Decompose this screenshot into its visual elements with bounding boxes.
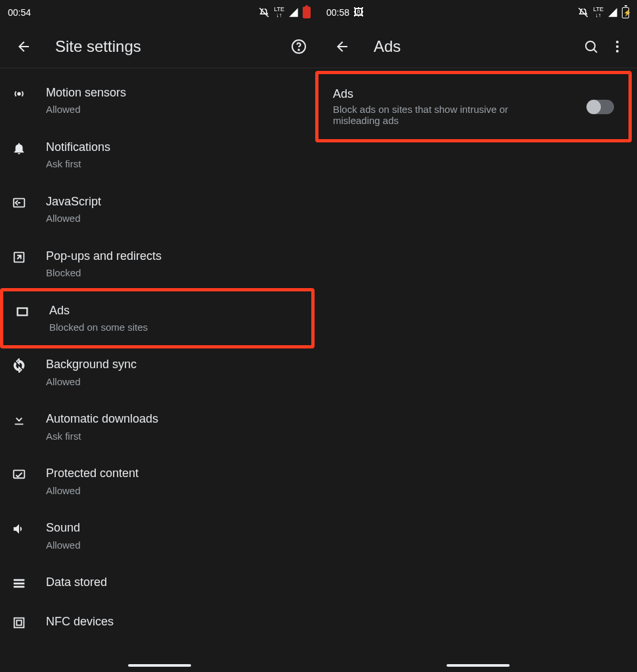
row-title: NFC devices — [46, 614, 308, 629]
row-title: Data stored — [46, 575, 308, 590]
screen-ads: 00:58 🖼 LTE ↓↑ ⚡ Ads Ads Block — [318, 0, 637, 672]
toggle-title: Ads — [333, 87, 577, 101]
row-nfc[interactable]: NFC devices — [0, 602, 318, 633]
status-bar: 00:58 🖼 LTE ↓↑ ⚡ — [318, 0, 637, 25]
battery-charging-icon: ⚡ — [622, 7, 629, 18]
row-data-stored[interactable]: Data stored — [0, 563, 318, 602]
row-title: Automatic downloads — [46, 411, 308, 427]
row-protected-content[interactable]: Protected content Allowed — [0, 454, 318, 509]
ads-toggle-highlight: Ads Block ads on sites that show intrusi… — [315, 71, 632, 142]
signal-icon — [607, 7, 618, 18]
row-sub: Allowed — [46, 375, 308, 388]
svg-point-10 — [616, 41, 619, 43]
silent-icon — [258, 7, 270, 18]
nav-handle[interactable] — [447, 664, 510, 667]
svg-rect-5 — [18, 308, 28, 315]
lte-indicator: LTE ↓↑ — [274, 7, 284, 18]
row-sub: Ask first — [46, 430, 308, 443]
sync-icon — [11, 358, 28, 373]
svg-point-11 — [616, 45, 619, 48]
svg-rect-7 — [14, 618, 24, 628]
screen-site-settings: 00:54 LTE ↓↑ Site settings Motion sens — [0, 0, 318, 672]
sound-icon — [11, 522, 28, 536]
row-title: Protected content — [46, 466, 308, 481]
back-button[interactable] — [329, 33, 355, 60]
row-popups[interactable]: Pop-ups and redirects Blocked — [0, 237, 318, 291]
ads-toggle-row[interactable]: Ads Block ads on sites that show intrusi… — [318, 74, 628, 139]
row-sub: Allowed — [46, 484, 308, 497]
row-sub: Blocked — [46, 266, 308, 280]
row-motion-sensors[interactable]: Motion sensors Allowed — [0, 74, 318, 128]
row-sub: Allowed — [46, 103, 308, 116]
row-title: Sound — [46, 520, 308, 536]
svg-rect-8 — [16, 620, 21, 625]
row-title: Pop-ups and redirects — [46, 249, 308, 264]
row-automatic-downloads[interactable]: Automatic downloads Ask first — [0, 400, 318, 454]
more-button[interactable] — [604, 33, 630, 60]
row-title: Notifications — [46, 140, 308, 155]
row-sound[interactable]: Sound Allowed — [0, 509, 318, 563]
svg-point-9 — [586, 41, 595, 51]
row-title: JavaScript — [46, 194, 308, 209]
row-sub: Ask first — [46, 158, 308, 171]
status-time: 00:58 — [326, 7, 349, 18]
search-button[interactable] — [578, 33, 604, 60]
row-sub: Allowed — [46, 212, 308, 225]
protected-content-icon — [11, 467, 28, 482]
status-bar: 00:54 LTE ↓↑ — [0, 0, 318, 25]
status-time: 00:54 — [8, 7, 31, 18]
page-title: Ads — [374, 37, 578, 56]
settings-list: Motion sensors Allowed Notifications Ask… — [0, 68, 318, 672]
svg-point-2 — [18, 93, 20, 95]
nfc-icon — [11, 616, 28, 630]
lte-indicator: LTE ↓↑ — [593, 7, 604, 18]
signal-icon — [288, 7, 299, 18]
data-stored-icon — [11, 576, 28, 591]
row-javascript[interactable]: JavaScript Allowed — [0, 182, 318, 237]
silent-icon — [577, 7, 589, 18]
page-title: Site settings — [55, 37, 286, 56]
help-button[interactable] — [286, 33, 312, 60]
row-title: Background sync — [46, 357, 308, 372]
nav-handle[interactable] — [128, 664, 191, 667]
ads-switch[interactable] — [588, 100, 614, 114]
toggle-sub: Block ads on sites that show intrusive o… — [333, 104, 530, 126]
svg-point-1 — [298, 49, 299, 51]
picture-indicator-icon: 🖼 — [353, 7, 364, 18]
svg-point-12 — [616, 50, 619, 52]
app-header: Ads — [318, 25, 637, 68]
row-notifications[interactable]: Notifications Ask first — [0, 128, 318, 182]
notifications-icon — [11, 141, 28, 156]
ads-icon — [14, 304, 31, 319]
svg-rect-6 — [14, 471, 25, 478]
battery-low-icon — [303, 7, 311, 18]
javascript-icon — [11, 196, 28, 210]
popups-icon — [11, 250, 28, 264]
row-title: Ads — [49, 303, 301, 318]
download-icon — [11, 413, 28, 427]
motion-sensors-icon — [11, 87, 28, 101]
back-button[interactable] — [11, 33, 37, 60]
row-ads[interactable]: Ads Blocked on some sites — [0, 288, 315, 349]
row-sub: Allowed — [46, 539, 308, 552]
row-background-sync[interactable]: Background sync Allowed — [0, 345, 318, 400]
app-header: Site settings — [0, 25, 318, 68]
row-sub: Blocked on some sites — [49, 321, 301, 334]
row-title: Motion sensors — [46, 85, 308, 100]
